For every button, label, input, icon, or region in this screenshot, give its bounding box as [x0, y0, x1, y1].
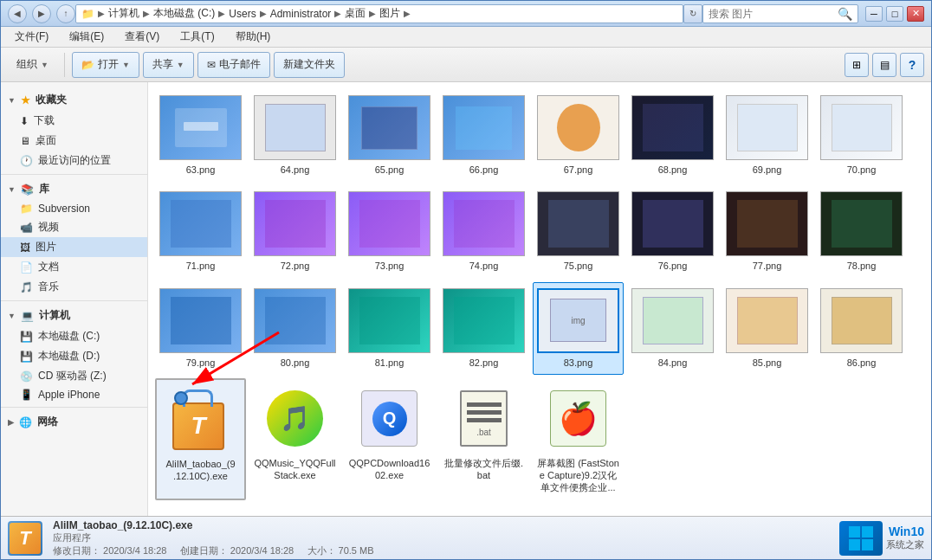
win10-brand: Win10 系统之家	[839, 521, 924, 556]
up-button[interactable]: ↑	[56, 4, 75, 23]
file-item-85[interactable]: 85.png	[722, 282, 812, 375]
thumb-80	[254, 288, 336, 353]
file-item-aliim[interactable]: T AliIM_taobao_(9.12.10C).exe	[155, 378, 246, 500]
file-item-68[interactable]: 68.png	[627, 89, 718, 182]
file-item-bat[interactable]: .bat 批量修改文件后缀.bat	[438, 378, 529, 500]
search-input[interactable]	[709, 8, 838, 20]
favorites-header[interactable]: ▼ ★ 收藏夹	[1, 89, 147, 111]
file-name-qqmusic: QQMusic_YQQFullStack.exe	[254, 457, 336, 482]
file-item-82[interactable]: 82.png	[438, 282, 529, 375]
file-item-84[interactable]: 84.png	[627, 282, 718, 375]
sidebar-item-drive-z[interactable]: 💿 CD 驱动器 (Z:)	[1, 366, 147, 386]
refresh-button[interactable]: ↻	[683, 4, 702, 23]
thumb-78	[820, 191, 903, 256]
music-label: 音乐	[38, 280, 59, 294]
menu-bar: 文件(F) 编辑(E) 查看(V) 工具(T) 帮助(H)	[1, 27, 931, 48]
file-item-74[interactable]: 74.png	[438, 185, 529, 278]
file-item-66[interactable]: 66.png	[438, 89, 529, 182]
network-header[interactable]: ▶ 🌐 网络	[1, 411, 147, 433]
file-name-67: 67.png	[564, 164, 593, 176]
sidebar-item-videos[interactable]: 📹 视频	[1, 217, 147, 237]
thumb-67	[537, 95, 619, 160]
file-item-83[interactable]: img 83.png	[533, 282, 624, 375]
file-name-69: 69.png	[753, 164, 782, 176]
music-icon: 🎵	[20, 281, 33, 293]
file-item-70[interactable]: 70.png	[816, 89, 907, 182]
preview-pane-button[interactable]: ▤	[872, 53, 896, 77]
file-name-82: 82.png	[469, 357, 499, 369]
size-label: 大小：	[307, 545, 336, 556]
library-header[interactable]: ▼ 📚 库	[1, 178, 147, 200]
sidebar-item-drive-d[interactable]: 💾 本地磁盘 (D:)	[1, 346, 147, 366]
sidebar-item-subversion[interactable]: 📁 Subversion	[1, 200, 147, 217]
help-button[interactable]: ?	[900, 53, 924, 77]
file-item-faststone[interactable]: 🍎 屏幕截图 (FastStone Capture)9.2汉化单文件便携企业..…	[533, 378, 624, 500]
open-button[interactable]: 📂 打开 ▼	[72, 52, 139, 78]
new-folder-button[interactable]: 新建文件夹	[274, 52, 345, 78]
menu-help[interactable]: 帮助(H)	[229, 28, 278, 46]
aliim-icon: T	[166, 385, 236, 454]
sidebar-item-music[interactable]: 🎵 音乐	[1, 277, 147, 297]
address-bar[interactable]: 📁 ▶ 计算机 ▶ 本地磁盘 (C:) ▶ Users ▶ Administra…	[75, 4, 683, 23]
file-name-75: 75.png	[564, 260, 593, 272]
file-item-79[interactable]: 79.png	[155, 282, 246, 375]
file-name-63: 63.png	[186, 164, 216, 176]
thumb-64	[254, 95, 336, 160]
file-item-80[interactable]: 80.png	[249, 282, 340, 375]
close-button[interactable]: ✕	[907, 6, 924, 22]
forward-button[interactable]: ▶	[32, 4, 51, 23]
computer-header[interactable]: ▼ 💻 计算机	[1, 305, 147, 326]
share-button[interactable]: 共享 ▼	[143, 52, 194, 78]
sidebar-item-pictures[interactable]: 🖼 图片	[1, 237, 147, 257]
iphone-label: Apple iPhone	[38, 389, 100, 401]
back-button[interactable]: ◀	[8, 4, 27, 23]
change-view-button[interactable]: ⊞	[845, 53, 869, 77]
email-button[interactable]: ✉ 电子邮件	[197, 52, 270, 78]
file-item-69[interactable]: 69.png	[722, 89, 812, 182]
downloads-label: 下载	[34, 113, 55, 128]
file-item-72[interactable]: 72.png	[249, 185, 340, 278]
file-name-77: 77.png	[753, 260, 782, 272]
file-item-77[interactable]: 77.png	[722, 185, 812, 278]
menu-tools[interactable]: 工具(T)	[173, 28, 221, 46]
sidebar-item-iphone[interactable]: 📱 Apple iPhone	[1, 386, 147, 403]
desktop-label: 桌面	[36, 133, 56, 148]
file-item-64[interactable]: 64.png	[249, 89, 340, 182]
file-name-71: 71.png	[186, 260, 216, 272]
menu-edit[interactable]: 编辑(E)	[62, 28, 111, 46]
created-date: 2020/3/4 18:28	[230, 545, 294, 556]
file-item-71[interactable]: 71.png	[155, 185, 246, 278]
file-item-qqpcdownload[interactable]: Q QQPCDownload1602.exe	[344, 378, 435, 500]
path-computer: 计算机	[108, 6, 139, 21]
qqmusic-icon: 🎵	[261, 384, 330, 454]
file-item-67[interactable]: 67.png	[533, 89, 624, 182]
sidebar-item-desktop[interactable]: 🖥 桌面	[1, 131, 147, 151]
file-item-63[interactable]: 63.png	[155, 89, 246, 182]
file-item-75[interactable]: 75.png	[533, 185, 624, 278]
maximize-button[interactable]: □	[886, 6, 903, 22]
file-item-65[interactable]: 65.png	[344, 89, 435, 182]
favorites-star-icon: ★	[21, 94, 30, 106]
file-item-86[interactable]: 86.png	[816, 282, 907, 375]
file-name-86: 86.png	[847, 357, 877, 369]
minimize-button[interactable]: ─	[865, 6, 883, 22]
thumb-65	[348, 95, 430, 160]
file-item-81[interactable]: 81.png	[344, 282, 435, 375]
organize-button[interactable]: 组织 ▼	[8, 54, 57, 75]
search-box[interactable]: 🔍	[702, 4, 858, 23]
thumb-68	[631, 95, 714, 160]
sidebar-divider2	[1, 300, 147, 301]
sidebar-item-documents[interactable]: 📄 文档	[1, 257, 147, 277]
menu-view[interactable]: 查看(V)	[118, 28, 166, 46]
sidebar-item-downloads[interactable]: ⬇ 下载	[1, 111, 147, 131]
downloads-icon: ⬇	[20, 115, 29, 127]
sidebar-divider3	[1, 407, 147, 408]
menu-file[interactable]: 文件(F)	[8, 28, 55, 46]
thumb-84	[631, 288, 714, 353]
file-item-76[interactable]: 76.png	[627, 185, 718, 278]
file-item-73[interactable]: 73.png	[344, 185, 435, 278]
file-item-qqmusic[interactable]: 🎵 QQMusic_YQQFullStack.exe	[249, 378, 340, 500]
sidebar-item-recent[interactable]: 🕐 最近访问的位置	[1, 151, 147, 171]
sidebar-item-drive-c[interactable]: 💾 本地磁盘 (C:)	[1, 326, 147, 346]
file-item-78[interactable]: 78.png	[816, 185, 907, 278]
